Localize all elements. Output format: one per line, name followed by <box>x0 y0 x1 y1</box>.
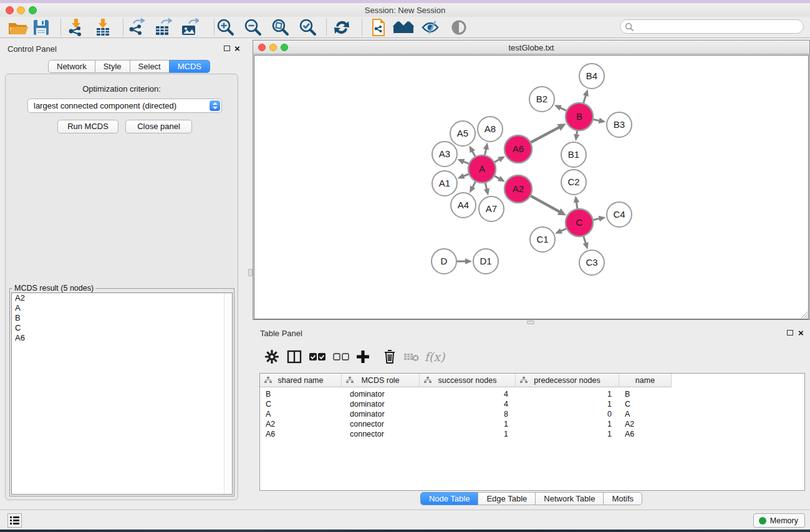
task-history-button[interactable] <box>7 513 22 528</box>
graph-node-A[interactable]: A <box>468 155 496 183</box>
graph-edge-B-B3[interactable] <box>594 120 600 121</box>
graph-node-C3[interactable]: C3 <box>579 250 604 275</box>
graph-node-A5[interactable]: A5 <box>450 121 475 146</box>
memory-button[interactable]: Memory <box>753 513 805 528</box>
column-header-predecessor-nodes[interactable]: predecessor nodes <box>516 374 619 387</box>
result-item[interactable]: A <box>12 303 232 313</box>
deselect-all-button[interactable] <box>331 347 351 367</box>
select-all-button[interactable] <box>307 347 327 367</box>
graph-node-B2[interactable]: B2 <box>529 87 554 112</box>
search-field[interactable] <box>620 19 804 34</box>
graph-edge-A-A1[interactable] <box>463 174 469 176</box>
graph-edge-C-C4[interactable] <box>594 218 600 220</box>
result-item[interactable]: A6 <box>12 333 232 343</box>
graph-node-A6[interactable]: A6 <box>504 135 532 163</box>
hide-selected-button[interactable] <box>418 17 442 37</box>
save-session-button[interactable] <box>29 17 53 37</box>
table-row[interactable]: Cdominator41C <box>260 399 672 409</box>
result-item[interactable]: B <box>12 313 232 323</box>
table-row[interactable]: Bdominator41B <box>260 389 672 399</box>
add-column-button[interactable] <box>353 347 373 367</box>
graph-edge-A-A8[interactable] <box>485 148 486 155</box>
column-header-successor-nodes[interactable]: successor nodes <box>420 374 516 387</box>
column-header-MCDS-role[interactable]: MCDS role <box>342 374 420 387</box>
tab-network[interactable]: Network <box>48 60 95 73</box>
table-float-panel-icon[interactable] <box>787 330 793 336</box>
result-item[interactable]: A2 <box>12 293 232 303</box>
tab-mcds[interactable]: MCDS <box>169 60 210 73</box>
delete-column-button[interactable] <box>380 347 400 367</box>
result-item[interactable]: C <box>12 323 232 333</box>
zoom-selected-button[interactable] <box>296 17 319 37</box>
graph-node-A8[interactable]: A8 <box>478 117 503 142</box>
export-image-button[interactable] <box>178 17 201 37</box>
graph-edge-A-A3[interactable] <box>463 162 469 164</box>
apply-layout-button[interactable] <box>330 17 354 37</box>
export-network-button[interactable] <box>124 17 148 37</box>
apply-function-button[interactable]: f(x) <box>425 347 445 367</box>
import-table-button[interactable] <box>91 17 115 37</box>
tab-node-table[interactable]: Node Table <box>420 492 479 505</box>
graph-edge-A-A4[interactable] <box>473 181 476 187</box>
graph-node-A4[interactable]: A4 <box>451 193 476 218</box>
graph-node-D[interactable]: D <box>432 249 456 274</box>
show-all-button[interactable] <box>447 17 471 37</box>
graph-edge-A6-B[interactable] <box>531 127 559 142</box>
graph-node-D1[interactable]: D1 <box>473 249 498 274</box>
graph-node-C[interactable]: C <box>566 209 593 236</box>
zoom-fit-button[interactable] <box>268 17 292 37</box>
graph-edge-A2-C[interactable] <box>531 196 559 212</box>
import-network-button[interactable] <box>64 17 87 37</box>
graph-edge-A-A5[interactable] <box>472 151 475 157</box>
zoom-in-button[interactable] <box>213 17 237 37</box>
graph-node-A7[interactable]: A7 <box>479 196 504 221</box>
run-mcds-button[interactable]: Run MCDS <box>57 120 118 133</box>
graph-node-C4[interactable]: C4 <box>607 202 632 227</box>
table-row[interactable]: Adominator80A <box>260 409 672 419</box>
table-row[interactable]: A6connector11A6 <box>260 429 672 439</box>
graph-node-B1[interactable]: B1 <box>561 142 586 167</box>
graph-edge-B-B4[interactable] <box>584 95 586 103</box>
graph-node-A1[interactable]: A1 <box>432 171 457 196</box>
mcds-result-list[interactable]: A2ABCA6 <box>11 293 233 495</box>
graph-node-B4[interactable]: B4 <box>579 64 604 89</box>
graph-node-C1[interactable]: C1 <box>530 227 555 252</box>
search-input[interactable] <box>637 21 799 32</box>
float-panel-icon[interactable] <box>224 46 230 51</box>
zoom-out-button[interactable] <box>241 17 264 37</box>
graph-node-C2[interactable]: C2 <box>561 170 586 195</box>
graph-node-B3[interactable]: B3 <box>607 112 632 137</box>
graph-edge-A-A2[interactable] <box>494 176 499 178</box>
column-header-name[interactable]: name <box>619 374 672 387</box>
open-session-button[interactable] <box>6 17 30 37</box>
export-table-button[interactable] <box>151 17 175 37</box>
home-button[interactable] <box>392 17 415 37</box>
show-columns-button[interactable] <box>284 347 304 367</box>
tab-select[interactable]: Select <box>130 60 170 73</box>
delete-table-button[interactable] <box>402 347 422 367</box>
table-close-panel-icon[interactable]: × <box>798 329 804 337</box>
graph-edge-C-C1[interactable] <box>561 229 566 231</box>
tab-style[interactable]: Style <box>95 60 130 73</box>
graph-node-A3[interactable]: A3 <box>432 142 457 167</box>
resize-grip-icon[interactable] <box>799 310 808 318</box>
graph-edge-A-A7[interactable] <box>485 183 486 189</box>
close-panel-icon[interactable]: × <box>234 45 240 52</box>
tab-motifs[interactable]: Motifs <box>603 492 642 505</box>
column-header-shared-name[interactable]: shared name <box>260 374 342 387</box>
graph-edge-A-A6[interactable] <box>494 159 499 162</box>
tab-network-table[interactable]: Network Table <box>535 492 604 505</box>
table-settings-button[interactable] <box>262 347 282 367</box>
network-from-selection-button[interactable] <box>367 17 390 37</box>
tab-edge-table[interactable]: Edge Table <box>478 492 536 505</box>
graph-node-B[interactable]: B <box>566 103 593 130</box>
graph-edge-C-C2[interactable] <box>576 202 577 209</box>
network-canvas[interactable]: B4B2BB3A8A5A6A3B1AC2A1A2A4A7C4CC1DD1C3 <box>254 55 809 319</box>
splitter-handle[interactable] <box>248 269 253 276</box>
criterion-dropdown[interactable]: largest connected component (directed) <box>27 99 222 113</box>
close-panel-button[interactable]: Close panel <box>125 120 192 133</box>
graph-node-A2[interactable]: A2 <box>504 175 532 203</box>
node-table[interactable]: shared nameMCDS rolesuccessor nodesprede… <box>259 373 805 491</box>
table-row[interactable]: A2connector11A2 <box>260 419 672 429</box>
graph-edge-B-B2[interactable] <box>560 108 566 111</box>
